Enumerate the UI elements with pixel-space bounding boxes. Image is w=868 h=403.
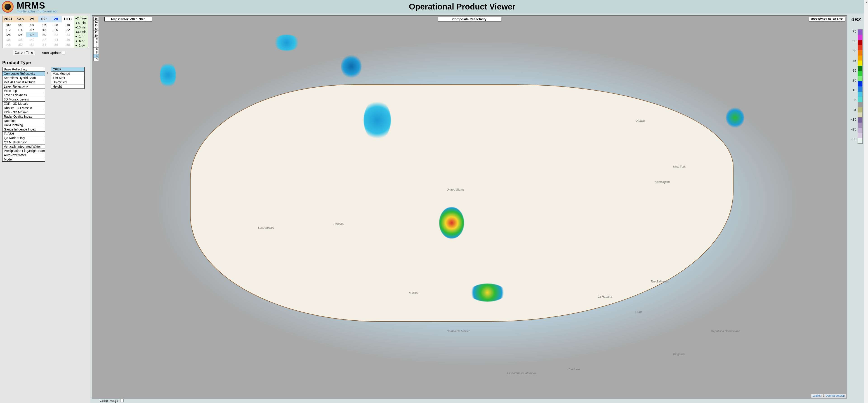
map-place-label: Cuba bbox=[636, 310, 643, 313]
level-option[interactable]: 13 bbox=[94, 24, 98, 27]
product-item[interactable]: Radar Quality Index bbox=[2, 114, 45, 119]
colorbar-tick: -15 bbox=[850, 117, 856, 121]
product-item[interactable]: Gauge Influence Index bbox=[2, 127, 45, 132]
loop-image-checkbox[interactable] bbox=[120, 399, 124, 402]
time-step-row: ◀4 min bbox=[74, 21, 88, 25]
step-label: 30 min bbox=[77, 30, 87, 34]
auto-update-checkbox[interactable] bbox=[62, 51, 65, 55]
minute-cell[interactable]: :30 bbox=[38, 32, 50, 37]
nssl-logo-icon bbox=[2, 1, 13, 13]
product-item[interactable]: Seamless Hybrid Scan bbox=[2, 76, 45, 80]
step-back-icon[interactable]: ◀ bbox=[75, 31, 77, 33]
map-place-label: The Bahamas bbox=[651, 280, 669, 283]
map-canvas[interactable]: OttawaUnited StatesNew YorkWashingtonPho… bbox=[92, 15, 847, 398]
minute-cell[interactable]: :16 bbox=[26, 27, 38, 32]
product-item[interactable]: Layer Reflectivity bbox=[2, 85, 45, 89]
minute-cell[interactable]: :22 bbox=[62, 27, 73, 32]
minute-cell: :56 bbox=[50, 42, 62, 47]
level-option[interactable]: 14 bbox=[94, 21, 98, 24]
level-option[interactable]: 3 bbox=[94, 58, 98, 61]
minute-cell[interactable]: :24 bbox=[2, 32, 14, 37]
minute-cell[interactable]: :10 bbox=[62, 22, 73, 27]
loop-image-label: Loop Image bbox=[99, 399, 119, 403]
product-item[interactable]: Composite Reflectivity bbox=[2, 72, 45, 76]
level-option[interactable]: 7 bbox=[94, 44, 98, 47]
colorbar-swatch bbox=[858, 133, 862, 138]
product-item[interactable]: Refl At Lowest Altitude bbox=[2, 80, 45, 85]
map-area: OttawaUnited StatesNew YorkWashingtonPho… bbox=[90, 13, 864, 403]
level-option[interactable]: 5 bbox=[94, 51, 98, 55]
minute-cell[interactable]: :12 bbox=[2, 27, 14, 32]
osm-link[interactable]: OpenStreetMap bbox=[826, 394, 845, 397]
minute-cell[interactable]: :26 bbox=[14, 32, 26, 37]
scroll-up-icon[interactable]: ▴ bbox=[864, 0, 868, 4]
step-back-icon[interactable]: ◀ bbox=[75, 35, 77, 38]
date-year[interactable]: 2021 bbox=[2, 16, 14, 22]
product-item[interactable]: Q3 Radar Only bbox=[2, 136, 45, 140]
level-option[interactable]: 10 bbox=[94, 34, 98, 37]
product-item[interactable]: Precipitation Flag/Bright Band bbox=[2, 149, 45, 153]
level-option[interactable]: 12 bbox=[94, 27, 98, 31]
product-item[interactable]: Vertically Integrated Water bbox=[2, 144, 45, 149]
product-item[interactable]: FLASH bbox=[2, 132, 45, 136]
product-item[interactable]: 3D Mosaic Levels bbox=[2, 97, 45, 102]
level-option[interactable]: 9 bbox=[94, 37, 98, 41]
map-place-label: México bbox=[409, 291, 418, 294]
minute-cell[interactable]: :28 bbox=[26, 32, 38, 37]
colorbar-swatch bbox=[858, 61, 862, 66]
date-day[interactable]: 29 bbox=[26, 16, 38, 22]
date-month[interactable]: Sep bbox=[14, 16, 26, 22]
product-item[interactable]: ZDR - 3D Mosaic bbox=[2, 102, 45, 106]
minute-cell[interactable]: :06 bbox=[38, 22, 50, 27]
minute-cell[interactable]: :14 bbox=[14, 27, 26, 32]
minute-cell[interactable]: :04 bbox=[26, 22, 38, 27]
product-item[interactable]: AutoNowCaster bbox=[2, 153, 45, 157]
browser-scrollbar[interactable]: ▴ bbox=[864, 0, 868, 403]
page-title: Operational Product Viewer bbox=[61, 2, 864, 11]
product-item[interactable]: KDP - 3D Mosaic bbox=[2, 110, 45, 114]
product-item[interactable]: Base Reflectivity bbox=[2, 67, 45, 72]
colorbar-tick: -5 bbox=[850, 108, 856, 111]
map-place-label: Los Angeles bbox=[258, 226, 274, 229]
current-time-button[interactable]: Current Time bbox=[13, 50, 35, 55]
step-fwd-icon[interactable]: ▶ bbox=[85, 17, 87, 20]
minute-cell[interactable]: :00 bbox=[2, 22, 14, 27]
step-back-icon[interactable]: ◀ bbox=[75, 26, 77, 29]
product-item[interactable]: Model bbox=[2, 157, 45, 161]
level-option[interactable]: 8 bbox=[94, 41, 98, 44]
product-item[interactable]: Layer Thickness bbox=[2, 93, 45, 97]
product-sub-item[interactable]: Height bbox=[51, 85, 84, 89]
date-hour[interactable]: 02: bbox=[38, 16, 50, 22]
level-picker: 1514131211109876543 bbox=[93, 17, 99, 61]
minute-cell[interactable]: :18 bbox=[38, 27, 50, 32]
step-back-icon[interactable]: ◀ bbox=[75, 44, 77, 47]
level-option[interactable]: 15 bbox=[94, 17, 98, 21]
date-minute[interactable]: 28 bbox=[50, 16, 62, 22]
product-sub-item[interactable]: Max Method bbox=[51, 72, 84, 76]
level-option[interactable]: 11 bbox=[94, 31, 98, 34]
map-viewport[interactable]: OttawaUnited StatesNew YorkWashingtonPho… bbox=[92, 15, 847, 399]
leaflet-link[interactable]: Leaflet bbox=[812, 394, 820, 397]
product-sub-list: CREFMax Method1 hr MaxUn-QC'edHeight bbox=[51, 67, 85, 89]
product-item[interactable]: Hail/Lightning bbox=[2, 123, 45, 127]
step-back-icon[interactable]: ◀ bbox=[75, 39, 77, 42]
product-sub-item[interactable]: CREF bbox=[51, 67, 84, 72]
level-option[interactable]: 6 bbox=[94, 47, 98, 51]
step-back-icon[interactable]: ◀ bbox=[75, 22, 77, 24]
product-sub-item[interactable]: Un-QC'ed bbox=[51, 80, 84, 85]
minute-cell[interactable]: :02 bbox=[14, 22, 26, 27]
colorbar: dBZ 756555453525155-5-15-25-35 bbox=[848, 13, 864, 403]
time-controls-row: Current Time Auto Update bbox=[2, 48, 88, 59]
level-option[interactable]: 4 bbox=[94, 55, 98, 58]
product-sub-item[interactable]: 1 hr Max bbox=[51, 76, 84, 80]
product-item[interactable]: Q3 Multi-Sensor bbox=[2, 140, 45, 144]
auto-update-toggle[interactable]: Auto Update bbox=[42, 51, 65, 55]
step-back-icon[interactable]: ◀ bbox=[75, 17, 77, 20]
minute-cell[interactable]: :20 bbox=[50, 27, 62, 32]
product-item[interactable]: Rotation bbox=[2, 119, 45, 123]
product-item[interactable]: RhoHV - 3D Mosaic bbox=[2, 106, 45, 110]
minute-cell: :48 bbox=[2, 42, 14, 47]
minute-cell: :52 bbox=[26, 42, 38, 47]
product-item[interactable]: Echo Top bbox=[2, 89, 45, 93]
minute-cell[interactable]: :08 bbox=[50, 22, 62, 27]
